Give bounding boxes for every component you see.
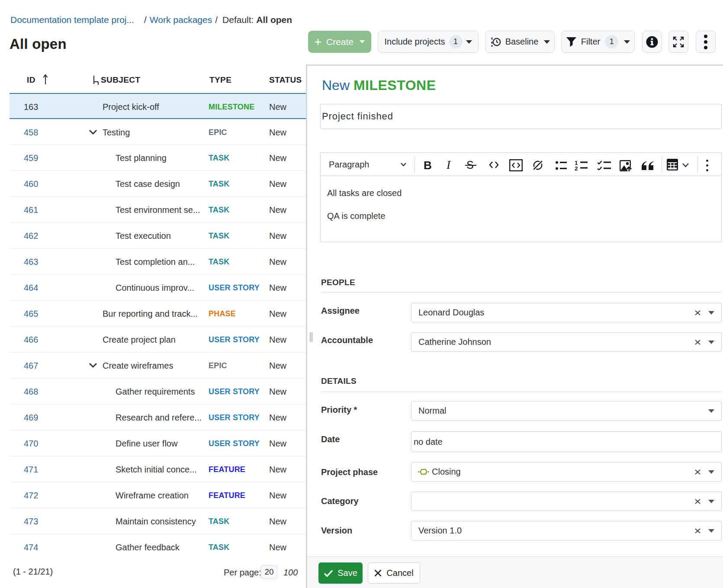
svg-text:2: 2: [575, 165, 578, 170]
